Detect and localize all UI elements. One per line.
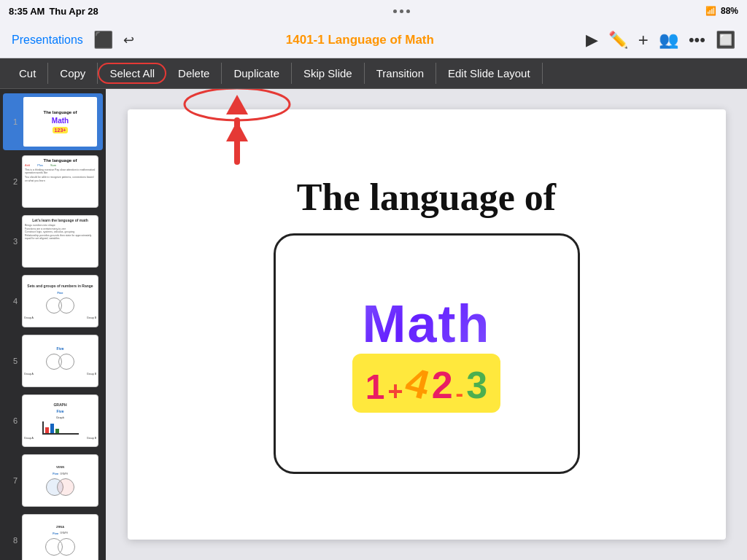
slide-num-7: 7 bbox=[7, 476, 18, 485]
slide-title: The language of bbox=[297, 176, 556, 219]
date: Thu Apr 28 bbox=[49, 6, 98, 17]
export-icon[interactable]: 🔲 bbox=[716, 31, 735, 50]
slide-num-4: 4 bbox=[7, 297, 18, 306]
slide-num-8: 8 bbox=[7, 536, 18, 545]
math-word: Math bbox=[363, 294, 491, 354]
slide-panel: 1 The language of Math 123+ 2 The langua… bbox=[0, 89, 106, 560]
main-area: 1 The language of Math 123+ 2 The langua… bbox=[0, 89, 747, 560]
canvas-area: The language of Math 1 + 4 2 - 3 bbox=[106, 89, 747, 560]
status-center bbox=[393, 9, 410, 13]
context-bar: Cut Copy Select All Delete Duplicate Ski… bbox=[0, 58, 747, 89]
battery-level: 88% bbox=[721, 6, 738, 16]
toolbar-left: Presentations ⬛ ↩ bbox=[12, 31, 134, 50]
num-4: 4 bbox=[400, 357, 435, 409]
status-left: 8:35 AM Thu Apr 28 bbox=[9, 6, 98, 17]
slide-preview-1: The language of Math 123+ bbox=[22, 96, 98, 148]
num-1: 1 bbox=[365, 367, 385, 407]
dot-2 bbox=[400, 9, 403, 13]
slide-thumb-6[interactable]: 6 GRAPH Five Graph Group AGroup B bbox=[3, 392, 103, 449]
dot-1 bbox=[393, 9, 397, 13]
slide-preview-4: Sets and groups of numbers in Range Five… bbox=[22, 275, 98, 327]
num-2: 2 bbox=[432, 363, 453, 407]
slide-preview-7: VENN Five GRAPH bbox=[22, 454, 98, 507]
slide-num-5: 5 bbox=[7, 357, 18, 365]
slide-thumb-2[interactable]: 2 The language of Add Plus Sum This is a… bbox=[3, 153, 103, 210]
delete-button[interactable]: Delete bbox=[166, 63, 222, 84]
presentation-title: 1401-1 Language of Math bbox=[286, 33, 434, 47]
sidebar-toggle-icon[interactable]: ⬛ bbox=[93, 31, 113, 50]
slide-canvas: The language of Math 1 + 4 2 - 3 bbox=[128, 109, 726, 540]
dot-3 bbox=[406, 9, 410, 13]
slide-num-2: 2 bbox=[7, 177, 18, 186]
slide-preview-2: The language of Add Plus Sum This is a t… bbox=[22, 155, 98, 208]
copy-button[interactable]: Copy bbox=[48, 63, 98, 84]
math-numbers: 1 + 4 2 - 3 bbox=[352, 354, 500, 413]
slide-thumb-4[interactable]: 4 Sets and groups of numbers in Range Fi… bbox=[3, 273, 103, 330]
slide-preview-3: Let's learn the language of math Brings … bbox=[22, 215, 98, 268]
slide-preview-8: ZRNA Five GRAPH bbox=[22, 514, 98, 560]
slide-thumb-3[interactable]: 3 Let's learn the language of math Bring… bbox=[3, 213, 103, 270]
toolbar-right: ▶ ✏️ + 👥 ••• 🔲 bbox=[586, 30, 735, 50]
more-icon[interactable]: ••• bbox=[689, 31, 705, 50]
slide-preview-6: GRAPH Five Graph Group AGroup B bbox=[22, 394, 98, 447]
presentations-link[interactable]: Presentations bbox=[12, 34, 83, 47]
cut-button[interactable]: Cut bbox=[7, 63, 48, 84]
add-icon[interactable]: + bbox=[638, 30, 649, 50]
collab-icon[interactable]: 👥 bbox=[659, 31, 678, 50]
op-minus: - bbox=[456, 380, 464, 407]
time: 8:35 AM bbox=[9, 6, 44, 17]
math-image-box: Math 1 + 4 2 - 3 bbox=[274, 233, 580, 474]
duplicate-button[interactable]: Duplicate bbox=[222, 63, 292, 84]
top-toolbar: Presentations ⬛ ↩ 1401-1 Language of Mat… bbox=[0, 22, 747, 58]
edit-slide-layout-button[interactable]: Edit Slide Layout bbox=[436, 63, 543, 84]
slide-preview-5: Five Group AGroup B bbox=[22, 335, 98, 387]
draw-icon[interactable]: ✏️ bbox=[608, 31, 628, 50]
slide-thumb-5[interactable]: 5 Five Group AGroup B bbox=[3, 332, 103, 389]
status-right: 📶 88% bbox=[705, 6, 738, 16]
slide-thumb-8[interactable]: 8 ZRNA Five GRAPH bbox=[3, 512, 103, 560]
wifi-icon: 📶 bbox=[705, 6, 716, 16]
slide-thumb-7[interactable]: 7 VENN Five GRAPH bbox=[3, 452, 103, 509]
slide-num-3: 3 bbox=[7, 237, 18, 246]
slide-num-6: 6 bbox=[7, 416, 18, 425]
transition-button[interactable]: Transition bbox=[365, 63, 436, 84]
undo-icon[interactable]: ↩ bbox=[123, 32, 134, 48]
num-3: 3 bbox=[466, 363, 487, 407]
select-all-button[interactable]: Select All bbox=[98, 63, 166, 84]
skip-slide-button[interactable]: Skip Slide bbox=[292, 63, 365, 84]
play-icon[interactable]: ▶ bbox=[586, 31, 598, 50]
slide-thumb-1[interactable]: 1 The language of Math 123+ bbox=[3, 93, 103, 150]
slide-num-1: 1 bbox=[7, 117, 18, 126]
status-bar: 8:35 AM Thu Apr 28 📶 88% bbox=[0, 0, 747, 22]
